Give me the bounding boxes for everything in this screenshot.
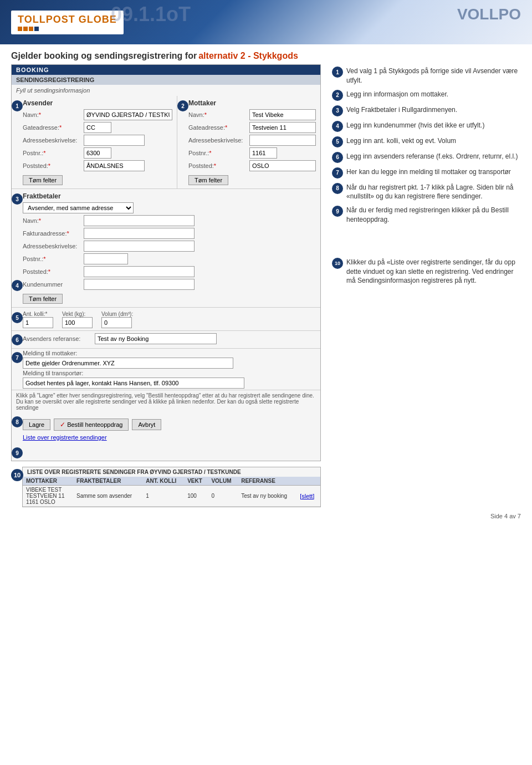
avsender-navn-label: Navn:* [23,111,84,118]
col-fraktbetaler: FRAKTBETALER [73,477,142,486]
cell-vekt: 100 [184,486,208,507]
lagre-button[interactable]: Lagre [23,419,50,430]
page-title-row: Gjelder booking og sendingsregistrering … [0,44,532,64]
circle-6: 6 [12,334,23,345]
avsender-gate-label: Gateadresse:* [23,124,84,131]
brand-right: VOLLPO [457,6,521,23]
page-title-highlight: alternativ 2 - Stykkgods [198,51,298,60]
step-6-text: Legg inn avsenders referanse (f.eks. Ord… [346,152,518,161]
fraktbetaler-title: Fraktbetaler [23,192,316,200]
melding-transport-label: Melding til transportør: [23,370,316,376]
info-circle-10: 10 [332,258,343,269]
info-text: Klikk på "Lagre" etter hver sendingsregi… [12,390,320,413]
step-3-text: Velg Fraktbetaler i Rullgardinmenyen. [346,105,457,115]
step-7-text: Her kan du legge inn melding til mottake… [346,167,511,177]
table-row: VIBEKE TESTTESTVEIEN 111161 OSLO Samme s… [23,486,320,507]
col-mottaker: MOTTAKER [23,477,73,486]
avsender-postnr-input[interactable] [84,147,111,159]
referanse-input[interactable] [95,333,217,344]
circle-7: 7 [12,352,23,363]
volum-label: Volum (dm³): [101,311,133,317]
avsender-tom-button[interactable]: Tøm felter [23,175,63,185]
step-6-row: 6 Legg inn avsenders referanse (f.eks. O… [330,152,521,163]
cell-fraktbetaler: Samme som avsender [73,486,142,507]
fraktbetaler-adr-label: Adressebeskrivelse: [23,243,84,249]
col-volum: VOLUM [208,477,238,486]
vekt-input[interactable] [62,317,93,328]
fraktbetaler-tom-button[interactable]: Tøm felter [23,294,63,304]
slett-link[interactable]: [slett] [300,493,314,499]
step-1-text: Ved valg 1 på Stykkgods på forrige side … [346,67,521,85]
step-1-row: 1 Ved valg 1 på Stykkgods på forrige sid… [330,67,521,85]
step-5-row: 5 Legg inn ant. kolli, vekt og evt. Volu… [330,136,521,147]
step-4-text: Legg inn kundenummer (hvis det ikke er u… [346,121,484,130]
cell-slett[interactable]: [slett] [296,486,320,507]
vekt-group: Vekt (kg): [62,311,93,328]
col-ant-kolli: ANT. KOLLI [142,477,184,486]
avsender-poststed-label: Poststed:* [23,162,84,169]
melding-mottaker-input[interactable] [23,358,233,369]
page-footer: Side 4 av 7 [0,507,532,525]
cell-volum: 0 [208,486,238,507]
avsender-adr-input[interactable] [84,135,145,146]
fraktbetaler-faktura-label: Fakturaadresse:* [23,230,84,237]
mottaker-gate-input[interactable] [249,122,316,133]
step-2-row: 2 Legg inn informasjon om mottaker. [330,90,521,101]
avsender-navn-input[interactable] [84,109,172,120]
fraktbetaler-poststed-input[interactable] [84,266,195,277]
registrerte-sendinger-table: MOTTAKER FRAKTBETALER ANT. KOLLI VEKT VO… [23,477,320,507]
melding-mottaker-label: Melding til mottaker: [23,350,316,356]
col-vekt: VEKT [184,477,208,486]
col-referanse: REFERANSE [238,477,296,486]
avsender-adr-label: Adressebeskrivelse: [23,137,84,144]
circle-4: 4 [12,280,23,291]
step-9-text: Når du er ferdig med registreringen klik… [346,206,521,225]
mottaker-poststed-label: Poststed:* [188,162,249,169]
mottaker-postnr-label: Postnr.:* [188,150,249,156]
step-8-text: Når du har registrert pkt. 1-7 klikk på … [346,183,521,202]
volum-group: Volum (dm³): [101,311,133,328]
volum-input[interactable] [101,317,132,328]
sendingsreg-header: SENDINGSREGISTRERING [12,75,320,85]
fraktbetaler-navn-input[interactable] [84,215,195,226]
info-circle-6: 6 [332,152,343,163]
step-5-text: Legg inn ant. kolli, vekt og evt. Volum [346,136,456,146]
mottaker-tom-button[interactable]: Tøm felter [188,175,228,185]
ant-kolli-input[interactable] [23,317,53,328]
step-10-text: Klikker du på «Liste over registrerte se… [346,258,521,285]
circle-9: 9 [12,447,23,458]
avbryt-button[interactable]: Avbryt [132,419,161,430]
mottaker-poststed-input[interactable] [249,160,316,171]
melding-transport-input[interactable] [23,378,244,389]
cell-ant-kolli: 1 [142,486,184,507]
fraktbetaler-postnr-input[interactable] [84,253,128,264]
fraktbetaler-faktura-input[interactable] [84,228,195,239]
step-3-row: 3 Velg Fraktbetaler i Rullgardinmenyen. [330,105,521,116]
mottaker-adr-label: Adressebeskrivelse: [188,137,249,144]
fraktbetaler-kundenummer-input[interactable] [84,279,195,290]
logo-text: TOLLPOST GLOBE [18,14,117,26]
circle-3: 3 [12,193,23,205]
list-title: LISTE OVER REGISTRERTE SENDINGER FRA ØYV… [23,467,320,477]
step-4-row: 4 Legg inn kundenummer (hvis det ikke er… [330,121,521,132]
cell-mottaker: VIBEKE TESTTESTVEIEN 111161 OSLO [23,486,73,507]
mottaker-navn-input[interactable] [249,109,316,120]
circle-2: 2 [177,100,188,111]
header-banner: TOLLPOST GLOBE 09.1.1oT VOLLPO [0,0,532,44]
avsender-poststed-input[interactable] [84,160,145,171]
step-7-row: 7 Her kan du legge inn melding til motta… [330,167,521,178]
cell-referanse: Test av ny booking [238,486,296,507]
mottaker-adr-input[interactable] [249,135,316,146]
fraktbetaler-adr-input[interactable] [84,241,195,252]
header-decoration: 09.1.1oT [111,3,191,26]
fraktbetaler-select[interactable]: Avsender, med samme adresse [23,202,134,213]
info-circle-7: 7 [332,167,343,178]
circle-10: 10 [11,469,23,481]
avsender-title: Avsender [23,99,172,107]
page-title-main: Gjelder booking og sendingsregistrering … [11,51,197,60]
circle-1: 1 [12,100,23,111]
avsender-gate-input[interactable] [84,122,111,133]
bestill-button[interactable]: ✓ Bestill henteoppdrag [54,419,129,431]
mottaker-postnr-input[interactable] [249,147,277,159]
liste-link[interactable]: Liste over registrerte sendinger [23,434,107,441]
